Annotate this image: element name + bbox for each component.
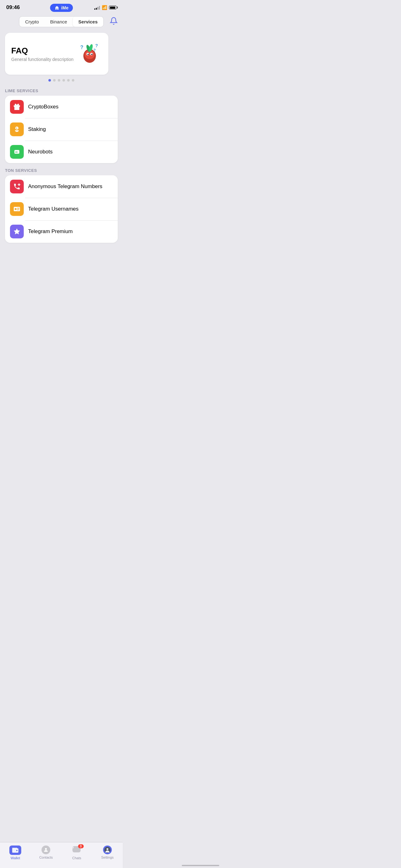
svg-text:?: ?: [95, 43, 98, 48]
battery-icon: [109, 6, 116, 9]
neurobots-item[interactable]: Ai Neurobots: [5, 141, 118, 163]
status-icons: 📶: [94, 5, 116, 10]
dot-6[interactable]: [72, 79, 74, 82]
wifi-icon: 📶: [102, 5, 107, 10]
neurobots-icon: Ai: [10, 145, 24, 159]
staking-label: Staking: [28, 126, 46, 132]
ime-pill-container: iMe: [50, 4, 73, 12]
dot-4[interactable]: [63, 79, 65, 82]
tab-binance[interactable]: Binance: [45, 17, 73, 27]
svg-point-4: [88, 54, 89, 55]
gift-icon: [13, 103, 21, 111]
ime-app-name: iMe: [61, 5, 68, 10]
tab-crypto[interactable]: Crypto: [20, 17, 44, 27]
anon-numbers-icon: [10, 180, 24, 193]
usernames-label: Telegram Usernames: [28, 206, 79, 212]
cryptoboxes-label: CryptoBoxes: [28, 104, 58, 110]
ton-services-card: Anonymous Telegram Numbers Telegram User…: [5, 175, 118, 243]
content-area: FAQ General functionality description: [0, 30, 123, 274]
dot-3[interactable]: [58, 79, 60, 82]
bell-icon: [110, 17, 118, 25]
faq-title: FAQ: [11, 46, 73, 56]
usernames-icon: [10, 202, 24, 216]
ton-services-label: TON SERVICES: [0, 163, 123, 175]
cryptoboxes-icon: [10, 100, 24, 114]
ime-logo-pill: iMe: [50, 4, 73, 12]
tabs-row: Crypto Binance Services: [0, 13, 123, 30]
lime-services-card: CryptoBoxes $ Staking Ai Neurobots: [5, 96, 118, 163]
tab-services[interactable]: Services: [73, 17, 103, 27]
signal-icon: [94, 5, 100, 10]
mascot-icon: ? ? ?: [77, 40, 102, 65]
staking-icon: $: [10, 122, 24, 136]
carousel-dots: [0, 76, 123, 84]
phone-add-icon: [13, 183, 21, 190]
lime-services-label: LIME SERVICES: [0, 84, 123, 96]
faq-card-text: FAQ General functionality description: [11, 46, 73, 62]
premium-icon: [10, 225, 24, 239]
dot-1[interactable]: [48, 79, 51, 82]
svg-text:?: ?: [80, 45, 83, 50]
svg-text:$: $: [16, 127, 18, 130]
premium-label: Telegram Premium: [28, 228, 73, 235]
notification-bell-button[interactable]: [110, 17, 118, 27]
tab-segment: Crypto Binance Services: [19, 16, 103, 27]
status-bar: 09:46 iMe 📶: [0, 0, 123, 13]
carousel-wrapper: FAQ General functionality description: [0, 30, 123, 76]
anon-numbers-item[interactable]: Anonymous Telegram Numbers: [5, 175, 118, 198]
svg-point-5: [91, 54, 93, 55]
ime-logo-icon: [54, 5, 59, 10]
star-icon: [13, 228, 21, 235]
svg-text:Ai: Ai: [15, 151, 18, 153]
faq-card[interactable]: FAQ General functionality description: [5, 33, 108, 75]
dot-5[interactable]: [67, 79, 70, 82]
usernames-item[interactable]: Telegram Usernames: [5, 198, 118, 220]
faq-subtitle: General functionality description: [11, 57, 73, 62]
faq-mascot: ? ? ?: [77, 40, 102, 68]
neurobots-label: Neurobots: [28, 149, 53, 155]
anon-numbers-label: Anonymous Telegram Numbers: [28, 183, 102, 190]
coin-icon: $: [13, 126, 21, 133]
status-time: 09:46: [6, 4, 20, 11]
svg-point-18: [15, 208, 16, 210]
premium-item[interactable]: Telegram Premium: [5, 220, 118, 243]
dot-2[interactable]: [53, 79, 56, 82]
id-card-icon: [13, 205, 21, 213]
ai-icon: Ai: [13, 148, 21, 156]
staking-item[interactable]: $ Staking: [5, 118, 118, 141]
cryptoboxes-item[interactable]: CryptoBoxes: [5, 96, 118, 118]
svg-text:?: ?: [93, 48, 96, 53]
